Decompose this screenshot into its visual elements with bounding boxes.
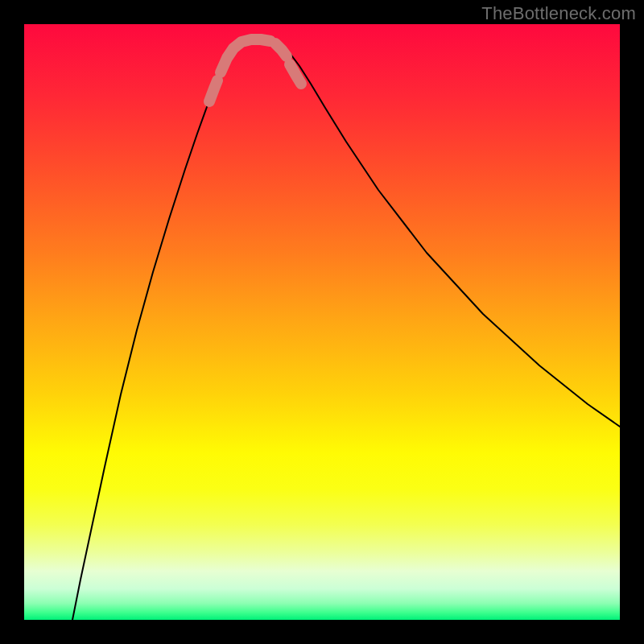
chart-svg <box>24 24 620 620</box>
plot-area <box>24 24 620 620</box>
gradient-background <box>24 24 620 620</box>
bottleneck-highlight-seg-0 <box>209 80 217 101</box>
watermark-text: TheBottleneck.com <box>481 3 636 24</box>
outer-frame: TheBottleneck.com <box>0 0 644 644</box>
